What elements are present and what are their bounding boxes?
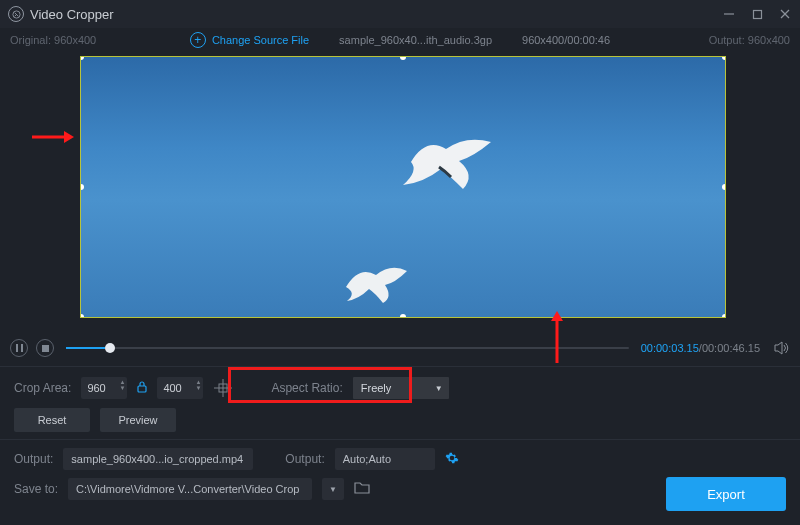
saveto-path-field[interactable]: C:\Vidmore\Vidmore V...Converter\Video C… [68,478,312,500]
stop-button[interactable] [36,339,54,357]
center-crop-button[interactable] [213,378,233,398]
crop-height-input[interactable]: 400 ▲▼ [157,377,203,399]
separator [0,366,800,367]
output-row: Output: sample_960x400...io_cropped.mp4 … [0,444,800,474]
crop-height-value: 400 [163,382,181,394]
export-label: Export [707,487,745,502]
maximize-button[interactable] [750,7,764,21]
output-file-label: Output: [14,452,53,466]
output-dims: 960x400 [748,34,790,46]
seek-fill [66,347,105,349]
pause-button[interactable] [10,339,28,357]
source-info: 960x400/00:00:46 [522,34,610,46]
playback-bar: 00:00:03.15/00:00:46.15 [0,334,800,362]
output-format-value: Auto;Auto [343,453,391,465]
svg-rect-7 [42,345,49,352]
crop-handle-tl[interactable] [80,56,84,60]
output-settings-button[interactable] [445,451,459,468]
minimize-button[interactable] [722,7,736,21]
preview-button[interactable]: Preview [100,408,176,432]
svg-rect-5 [16,344,18,352]
crop-handle-bl[interactable] [80,314,84,318]
original-label: Original: [10,34,51,46]
action-row: Reset Preview [0,405,800,435]
spin-down-icon[interactable]: ▼ [119,385,125,391]
timecodes: 00:00:03.15/00:00:46.15 [641,342,760,354]
crop-handle-ml[interactable] [80,184,84,190]
crop-handle-mr[interactable] [722,184,726,190]
change-source-button[interactable]: + Change Source File [190,32,309,48]
seek-thumb[interactable] [105,343,115,353]
crop-handle-bm[interactable] [400,314,406,318]
lock-aspect-icon[interactable] [137,381,147,396]
original-dims: 960x400 [54,34,96,46]
time-total: /00:00:46.15 [699,342,760,354]
video-frame-bird [381,127,501,207]
aspect-ratio-select[interactable]: Freely ▼ [353,377,449,399]
titlebar: Video Cropper [0,0,800,28]
annotation-arrow-left [30,126,74,152]
plus-icon: + [190,32,206,48]
output-filename-value: sample_960x400...io_cropped.mp4 [71,453,243,465]
aspect-ratio-label: Aspect Ratio: [271,381,342,395]
crop-handle-tm[interactable] [400,56,406,60]
source-filename: sample_960x40...ith_audio.3gp [339,34,492,46]
crop-width-value: 960 [87,382,105,394]
video-frame-bird-small [341,257,411,307]
time-current: 00:00:03.15 [641,342,699,354]
svg-marker-15 [551,311,563,321]
browse-folder-button[interactable] [354,481,370,497]
spin-down-icon[interactable]: ▼ [195,385,201,391]
output-label: Output: [709,34,745,46]
crop-settings-row: Crop Area: 960 ▲▼ 400 ▲▼ Aspect Ratio: F… [0,371,800,405]
svg-rect-2 [753,10,761,18]
chevron-down-icon: ▼ [435,384,443,393]
crop-handle-br[interactable] [722,314,726,318]
crop-handle-tr[interactable] [722,56,726,60]
close-button[interactable] [778,7,792,21]
separator [0,439,800,440]
aspect-ratio-value: Freely [361,382,392,394]
output-format-label: Output: [285,452,324,466]
svg-marker-13 [64,131,74,143]
saveto-path-value: C:\Vidmore\Vidmore V...Converter\Video C… [76,483,299,495]
export-button[interactable]: Export [666,477,786,511]
reset-button[interactable]: Reset [14,408,90,432]
svg-rect-6 [21,344,23,352]
header-info: Original: 960x400 + Change Source File s… [0,28,800,52]
svg-rect-8 [138,386,146,392]
annotation-arrow-up [546,311,572,365]
crop-rectangle[interactable] [80,56,726,318]
output-format-field[interactable]: Auto;Auto [335,448,435,470]
preview-area [0,52,800,332]
output-filename-field[interactable]: sample_960x400...io_cropped.mp4 [63,448,253,470]
window-title: Video Cropper [30,7,722,22]
saveto-dropdown-button[interactable]: ▼ [322,478,344,500]
change-source-label: Change Source File [212,34,309,46]
saveto-label: Save to: [14,482,58,496]
seek-slider[interactable] [66,347,629,349]
app-logo-icon [8,6,24,22]
crop-width-input[interactable]: 960 ▲▼ [81,377,127,399]
crop-area-label: Crop Area: [14,381,71,395]
volume-button[interactable] [774,341,790,355]
